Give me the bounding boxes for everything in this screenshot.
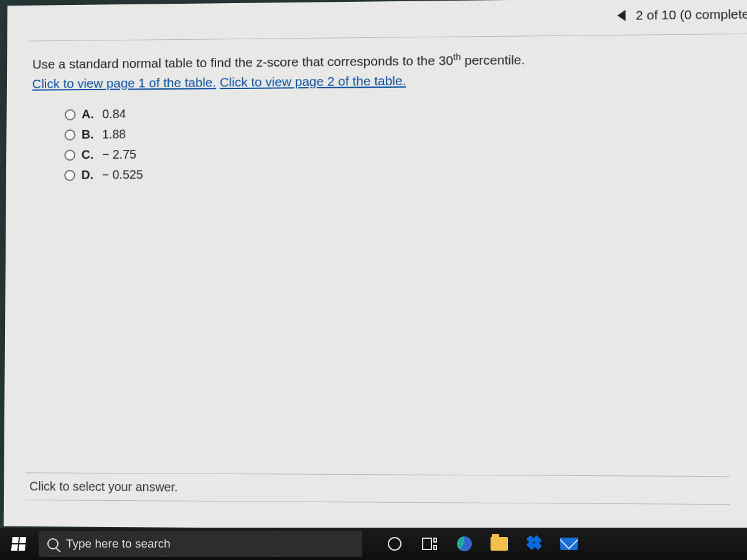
radio-icon[interactable]	[64, 170, 75, 181]
search-icon	[47, 538, 59, 549]
question-block: Use a standard normal table to find the …	[32, 47, 738, 93]
progress-text: 2 of 10 (0 complete	[636, 7, 747, 23]
start-button[interactable]	[4, 529, 34, 559]
option-d[interactable]: D. − 0.525	[64, 167, 143, 182]
option-value: 1.88	[102, 128, 126, 142]
mail-icon[interactable]	[560, 535, 578, 553]
prev-question-icon[interactable]	[618, 10, 626, 21]
table-page2-link[interactable]: Click to view page 2 of the table.	[220, 73, 406, 88]
option-letter: D.	[82, 168, 96, 182]
quiz-window: 2 of 10 (0 complete Use a standard norma…	[4, 0, 747, 531]
select-answer-prompt: Click to select your answer.	[26, 472, 730, 505]
search-placeholder: Type here to search	[66, 537, 171, 551]
radio-icon[interactable]	[65, 129, 76, 141]
option-letter: C.	[82, 147, 96, 162]
option-value: − 0.525	[102, 167, 143, 182]
taskview-icon[interactable]	[421, 535, 438, 553]
dropbox-icon[interactable]	[525, 535, 543, 553]
option-a[interactable]: A. 0.84	[65, 107, 143, 122]
question-prefix: Use a standard normal table to find the …	[32, 53, 453, 71]
question-text: Use a standard normal table to find the …	[32, 47, 738, 93]
option-letter: B.	[82, 128, 96, 142]
divider	[29, 34, 747, 42]
file-explorer-icon[interactable]	[491, 535, 508, 553]
windows-logo-icon	[11, 537, 26, 551]
question-suffix: percentile.	[461, 52, 525, 67]
topbar: 2 of 10 (0 complete	[618, 2, 747, 27]
radio-icon[interactable]	[65, 109, 76, 120]
taskbar-icons	[386, 535, 578, 553]
option-value: 0.84	[102, 107, 126, 121]
answer-options: A. 0.84 B. 1.88 C. − 2.75 D. − 0.525	[64, 107, 143, 189]
windows-taskbar: Type here to search	[0, 528, 747, 560]
edge-icon[interactable]	[456, 535, 473, 553]
question-sup: th	[453, 52, 461, 62]
radio-icon[interactable]	[64, 149, 75, 161]
option-b[interactable]: B. 1.88	[65, 127, 143, 142]
cortana-icon[interactable]	[386, 535, 403, 553]
option-value: − 2.75	[102, 147, 136, 162]
taskbar-search[interactable]: Type here to search	[39, 531, 362, 557]
option-c[interactable]: C. − 2.75	[64, 147, 143, 162]
option-letter: A.	[82, 107, 96, 121]
table-page1-link[interactable]: Click to view page 1 of the table.	[32, 75, 217, 90]
